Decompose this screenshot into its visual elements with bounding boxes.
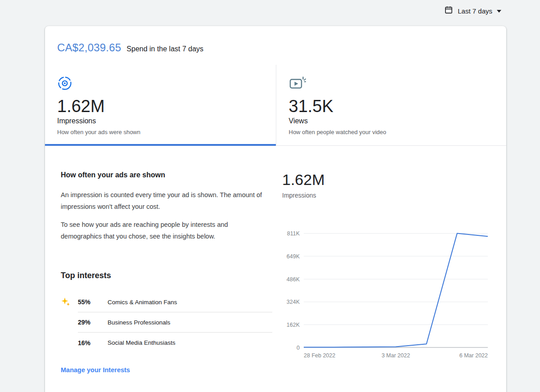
spend-header: CA$2,039.65 Spend in the last 7 days [45, 26, 506, 54]
spend-caption: Spend in the last 7 days [126, 45, 203, 53]
detail-text-column: How often your ads are shown An impressi… [61, 171, 272, 374]
video-views-icon [289, 76, 507, 91]
impressions-description: How often your ads were shown [57, 129, 276, 135]
impressions-line-chart: 0162K324K486K649K811K28 Feb 20223 Mar 20… [282, 212, 488, 361]
svg-text:324K: 324K [287, 299, 300, 305]
views-description: How often people watched your video [289, 129, 507, 135]
views-label: Views [289, 117, 507, 125]
topbar: Last 7 days [0, 0, 540, 22]
tab-views[interactable]: 31.5K Views How often people watched you… [276, 65, 507, 145]
top-interests-list: 55% Comics & Animation Fans 29% Business… [78, 292, 272, 353]
interest-row: 55% Comics & Animation Fans [78, 292, 272, 312]
views-value: 31.5K [289, 96, 507, 116]
impressions-value: 1.62M [57, 96, 276, 116]
tab-impressions[interactable]: 1.62M Impressions How often your ads wer… [45, 65, 276, 145]
impressions-detail-section: How often your ads are shown An impressi… [45, 146, 506, 374]
detail-paragraph-1: An impression is counted every time your… [61, 189, 269, 212]
svg-text:811K: 811K [287, 230, 300, 237]
spend-amount: CA$2,039.65 [57, 41, 121, 54]
detail-paragraph-2: To see how your ads are reaching people … [61, 219, 269, 242]
impressions-eye-icon [57, 76, 276, 91]
chart-column: 1.62M Impressions 0162K324K486K649K811K2… [282, 171, 494, 374]
active-tab-indicator [45, 144, 276, 146]
svg-text:6 Mar 2022: 6 Mar 2022 [459, 352, 488, 359]
calendar-icon [444, 5, 453, 16]
interest-row: 16% Social Media Enthusiasts [78, 333, 272, 353]
overview-card: CA$2,039.65 Spend in the last 7 days 1.6… [45, 26, 506, 392]
date-range-filter[interactable]: Last 7 days [444, 5, 501, 16]
svg-text:486K: 486K [287, 276, 300, 283]
interest-percent: 16% [78, 339, 108, 347]
top-interests-heading: Top interests [61, 271, 272, 280]
interest-label: Social Media Enthusiasts [108, 339, 176, 346]
date-range-label: Last 7 days [458, 7, 492, 15]
svg-text:3 Mar 2022: 3 Mar 2022 [382, 352, 410, 359]
interest-row: 29% Business Professionals [78, 312, 272, 333]
manage-interests-link[interactable]: Manage your Interests [61, 366, 130, 374]
svg-text:162K: 162K [287, 322, 300, 328]
interest-percent: 55% [78, 298, 108, 306]
svg-text:28 Feb 2022: 28 Feb 2022 [304, 352, 335, 359]
svg-text:0: 0 [297, 345, 300, 351]
interest-percent: 29% [78, 319, 108, 326]
svg-text:649K: 649K [287, 253, 300, 260]
impressions-label: Impressions [57, 117, 276, 125]
insights-sparkle-icon [60, 297, 71, 309]
interest-label: Comics & Animation Fans [108, 299, 177, 306]
chart-metric-label: Impressions [282, 192, 494, 199]
chevron-down-icon [497, 10, 501, 13]
chart-total-value: 1.62M [282, 171, 494, 188]
detail-heading: How often your ads are shown [61, 171, 272, 179]
interest-label: Business Professionals [108, 319, 171, 326]
metric-tabs: 1.62M Impressions How often your ads wer… [45, 65, 506, 146]
